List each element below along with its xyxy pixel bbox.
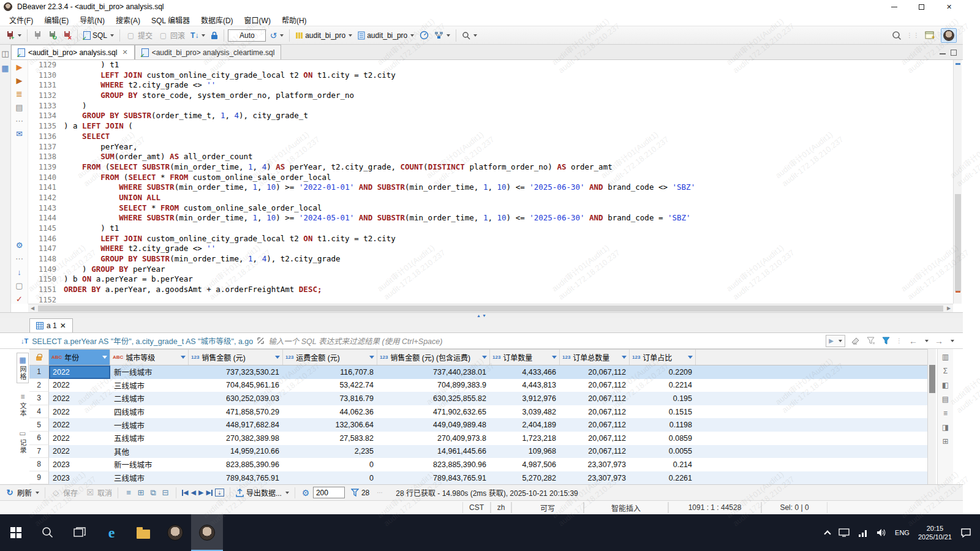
column-dropdown-icon[interactable] — [275, 356, 280, 359]
value-panel-icon[interactable]: ▥ — [942, 353, 949, 361]
cell[interactable]: 4,443,813 — [490, 379, 560, 392]
run-icon[interactable]: ▶ — [14, 62, 25, 72]
taskbar-search-button[interactable] — [32, 514, 64, 551]
cell[interactable]: 471,858,570.29 — [189, 405, 283, 419]
column-dropdown-icon[interactable] — [482, 356, 487, 359]
explorer-taskbar-button[interactable] — [127, 514, 159, 551]
minimize-panel-icon[interactable] — [940, 50, 946, 54]
column-header-3[interactable]: 123销售金额 (元) — [189, 350, 283, 365]
save-button[interactable]: 保存 — [63, 487, 78, 498]
fetch-size-input[interactable] — [313, 487, 345, 498]
column-dropdown-icon[interactable] — [102, 356, 107, 359]
cell[interactable]: 20,067,112 — [560, 405, 630, 419]
cell[interactable]: 0.0859 — [630, 432, 696, 445]
script-icon[interactable]: ≣ — [14, 89, 25, 99]
commit-button[interactable]: ▢提交 — [124, 29, 154, 42]
dots2-icon[interactable]: ⋯ — [14, 254, 25, 264]
tray-volume-icon[interactable] — [876, 528, 886, 537]
row-number[interactable]: 4 — [29, 405, 49, 419]
close-icon[interactable]: ✕ — [60, 321, 66, 330]
table-row[interactable]: 52022一线城市448,917,682.84132,306.64449,049… — [29, 418, 927, 432]
cell[interactable]: 20,067,112 — [560, 445, 630, 459]
editor-horizontal-scrollbar[interactable]: ◀ ▶ — [28, 304, 953, 312]
run-script-icon[interactable]: ▶ — [14, 76, 25, 86]
table-row[interactable]: 12022新一线城市737,323,530.21116,707.8737,440… — [29, 365, 927, 379]
cell[interactable]: 三线城市 — [110, 471, 189, 484]
new-connection-button[interactable]: + — [4, 29, 23, 41]
filter-icon[interactable] — [882, 337, 890, 345]
cell[interactable]: 二线城市 — [110, 392, 189, 405]
cell[interactable]: 116,707.8 — [283, 365, 377, 379]
cell[interactable]: 2022 — [49, 405, 110, 419]
cell[interactable]: 2022 — [49, 418, 110, 432]
cell[interactable]: 0.195 — [630, 392, 696, 405]
expand-filter-icon[interactable] — [257, 337, 265, 345]
save-file-icon[interactable]: ↓ — [14, 268, 25, 277]
column-dropdown-icon[interactable] — [622, 356, 627, 359]
cell[interactable]: 132,306.64 — [283, 418, 377, 432]
table-row[interactable]: 62022五线城市270,382,389.9827,583.82270,409,… — [29, 432, 927, 445]
cell[interactable]: 449,049,989.48 — [377, 418, 490, 432]
table-row[interactable]: 82023新一线城市823,885,390.960823,885,390.964… — [29, 458, 927, 471]
menu-item[interactable]: 帮助(H) — [276, 13, 312, 26]
cell[interactable]: 823,885,390.96 — [377, 458, 490, 471]
validate-icon[interactable]: ✓ — [14, 294, 25, 304]
splitter-grip-icon[interactable]: ▲▼ — [477, 313, 486, 318]
column-header-6[interactable]: 123订单数量 — [490, 350, 560, 365]
user-perspective-button[interactable] — [941, 28, 957, 43]
cell[interactable]: 823,885,390.96 — [189, 458, 283, 471]
last-page-button[interactable]: ▶ — [206, 489, 212, 497]
cell[interactable]: 0.2209 — [630, 365, 696, 379]
gear-icon[interactable]: ⚙ — [301, 488, 311, 498]
file-icon[interactable]: ▢ — [14, 280, 25, 290]
cell[interactable]: 1,723,218 — [490, 432, 560, 445]
column-dropdown-icon[interactable] — [369, 356, 374, 359]
cell[interactable]: 3,039,482 — [490, 405, 560, 419]
remove-filter-icon[interactable] — [867, 337, 876, 345]
side-tab-网格[interactable]: ▦网格 — [17, 353, 29, 383]
column-header-4[interactable]: 123运费金额 (元) — [283, 350, 377, 365]
cell[interactable]: 0.214 — [630, 458, 696, 471]
reconnect-button[interactable]: ↻ — [46, 29, 59, 41]
side-tab-记录[interactable]: ▭记录 — [17, 426, 29, 457]
disconnect-button[interactable] — [31, 29, 44, 41]
cell[interactable]: 0.2214 — [630, 379, 696, 392]
scrollbar-thumb[interactable] — [955, 194, 961, 291]
notification-icon[interactable] — [960, 528, 971, 538]
cell[interactable]: 一线城市 — [110, 418, 189, 432]
connection-selector[interactable]: audit_bi_pro — [293, 30, 354, 41]
maximize-panel-icon[interactable] — [951, 50, 957, 56]
delete-row-icon[interactable]: ⊟ — [160, 488, 170, 497]
cell[interactable]: 27,583.82 — [283, 432, 377, 445]
cell[interactable]: 20,067,112 — [560, 418, 630, 432]
cell[interactable]: 704,845,961.16 — [189, 379, 283, 392]
restore-panel-icon[interactable]: ◫ — [0, 48, 11, 58]
prev-page-button[interactable]: ◀ — [191, 489, 196, 497]
cell[interactable]: 53,422.74 — [283, 379, 377, 392]
pin-panel-icon[interactable]: ⊞ — [942, 437, 948, 446]
cell[interactable]: 4,987,506 — [490, 458, 560, 471]
cell[interactable]: 其他 — [110, 445, 189, 459]
cell[interactable]: 2022 — [49, 379, 110, 392]
row-number[interactable]: 5 — [29, 418, 49, 432]
column-header-7[interactable]: 123订单总数量 — [560, 350, 630, 365]
cell[interactable]: 0.1198 — [630, 418, 696, 432]
cell[interactable]: 0.1515 — [630, 405, 696, 419]
tray-network-icon[interactable] — [858, 529, 868, 537]
cell[interactable]: 4,433,466 — [490, 365, 560, 379]
transaction-log-button[interactable]: ↺ — [268, 29, 285, 42]
cell[interactable]: 23,307,973 — [560, 471, 630, 484]
cell[interactable]: 20,067,112 — [560, 432, 630, 445]
cell[interactable]: 630,325,855.82 — [377, 392, 490, 405]
aggregate-panel-icon[interactable]: Σ — [943, 367, 948, 375]
lock-button[interactable] — [209, 30, 220, 41]
db-navigator-icon[interactable]: ▦ — [0, 63, 11, 73]
metadata-panel-icon[interactable]: ◧ — [942, 381, 949, 389]
cell[interactable]: 0.0055 — [630, 445, 696, 459]
column-dropdown-icon[interactable] — [181, 356, 186, 359]
new-file-icon[interactable]: ▤ — [14, 102, 25, 112]
cell[interactable]: 14,959,210.66 — [189, 445, 283, 459]
cell[interactable]: 5,270,282 — [490, 471, 560, 484]
disconnect-all-button[interactable]: ✕ — [61, 29, 74, 41]
row-number[interactable]: 9 — [29, 471, 49, 484]
